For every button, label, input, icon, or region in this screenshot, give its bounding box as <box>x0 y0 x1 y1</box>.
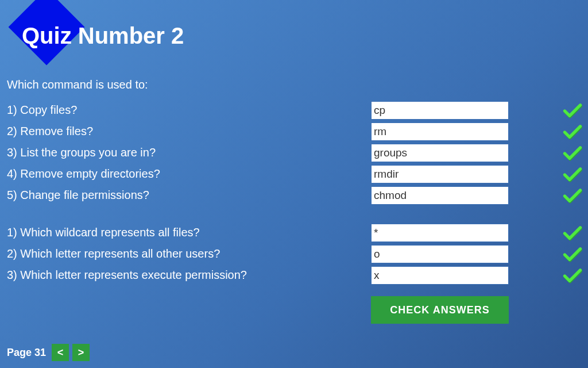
check-icon <box>563 246 582 263</box>
correct-mark <box>525 102 582 119</box>
page-title: Quiz Number 2 <box>22 23 184 49</box>
check-icon <box>563 166 582 183</box>
page-number-label: Page 31 <box>7 347 46 359</box>
header: Quiz Number 2 <box>7 6 582 69</box>
correct-mark <box>525 123 582 140</box>
correct-mark <box>525 187 582 204</box>
check-icon <box>563 267 582 284</box>
question-row: 1) Copy files? <box>7 99 582 121</box>
question-row: 4) Remove empty directories? <box>7 163 582 185</box>
question-row: 5) Change file permissions? <box>7 185 582 206</box>
question-row: 2) Which letter represents all other use… <box>7 243 582 264</box>
prev-page-button[interactable]: < <box>52 344 69 361</box>
check-icon <box>563 123 582 140</box>
question-text: 5) Change file permissions? <box>7 189 363 202</box>
question-text: 2) Remove files? <box>7 125 363 138</box>
answer-input[interactable] <box>371 224 509 242</box>
question-text: 3) List the groups you are in? <box>7 146 363 159</box>
question-text: 4) Remove empty directories? <box>7 167 363 181</box>
question-group-2: 1) Which wildcard represents all files? … <box>7 222 582 324</box>
correct-mark <box>525 166 582 183</box>
check-icon <box>563 187 582 204</box>
question-row: 3) List the groups you are in? <box>7 142 582 163</box>
check-icon <box>563 102 582 119</box>
question-group-1: 1) Copy files? 2) Remove files? 3) List … <box>7 99 582 206</box>
answer-input[interactable] <box>371 101 509 120</box>
question-text: 1) Which wildcard represents all files? <box>7 226 363 239</box>
check-icon <box>563 144 582 162</box>
question-text: 1) Copy files? <box>7 103 363 117</box>
correct-mark <box>525 224 582 241</box>
answer-input[interactable] <box>371 186 509 205</box>
check-icon <box>563 224 582 241</box>
correct-mark <box>525 246 582 263</box>
answer-input[interactable] <box>371 144 509 162</box>
answer-input[interactable] <box>371 122 509 141</box>
question-text: 3) Which letter represents execute permi… <box>7 269 363 282</box>
button-row: CHECK ANSWERS <box>7 286 582 324</box>
question-row: 2) Remove files? <box>7 121 582 142</box>
question-row: 3) Which letter represents execute permi… <box>7 264 582 286</box>
correct-mark <box>525 267 582 284</box>
answer-input[interactable] <box>371 245 509 263</box>
quiz-prompt: Which command is used to: <box>7 78 582 91</box>
check-answers-button[interactable]: CHECK ANSWERS <box>371 296 509 324</box>
footer: Page 31 < > <box>7 344 90 361</box>
correct-mark <box>525 144 582 162</box>
answer-input[interactable] <box>371 165 509 183</box>
question-text: 2) Which letter represents all other use… <box>7 247 363 260</box>
answer-input[interactable] <box>371 266 509 285</box>
next-page-button[interactable]: > <box>72 344 90 361</box>
question-row: 1) Which wildcard represents all files? <box>7 222 582 243</box>
